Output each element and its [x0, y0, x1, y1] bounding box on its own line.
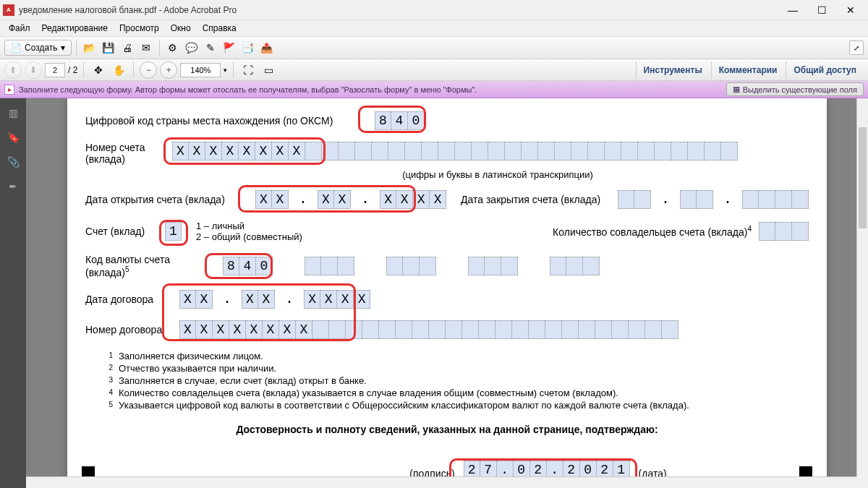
title-bar: A уведомление налоговой бланк.pdf - Adob… [0, 0, 868, 20]
date-dot: . [358, 190, 373, 209]
zoom-dropdown-icon[interactable]: ▾ [224, 67, 227, 74]
form-message: Заполните следующую форму. Автор формы м… [19, 85, 477, 94]
menu-view[interactable]: Просмотр [114, 22, 165, 35]
footnote-4: Количество совладельцев счета (вклада) у… [119, 388, 618, 398]
country-code-label: Цифровой код страны места нахождения (по… [85, 115, 367, 127]
highlight-label: Выделить существующие поля [743, 85, 857, 94]
highlight-fields-button[interactable]: ▦ Выделить существующие поля [726, 82, 864, 96]
share-panel-button[interactable]: Общий доступ [786, 61, 864, 79]
doc-button[interactable]: 📑 [239, 39, 257, 56]
scrollbar-thumb[interactable] [859, 127, 867, 228]
account-type-label: Счет (вклад) [85, 226, 158, 237]
form-icon: ▸ [4, 85, 14, 95]
bookmarks-button[interactable]: 🔖 [4, 129, 22, 146]
navigation-toolbar: ⬆ ⬇ / 2 ✥ ✋ − + ▾ ⛶ ▭ Инструменты Коммен… [0, 59, 868, 81]
fit-width-button[interactable]: ⛶ [239, 61, 257, 79]
hand-tool-button[interactable]: ✥ [90, 61, 107, 79]
account-hint: (цифры и буквы в латинской транскрипции) [187, 169, 809, 180]
print-button[interactable]: 🖨 [119, 39, 136, 56]
coowners-label: Количество совладельцев счета (вклада)4 [553, 225, 752, 238]
date-dot: . [720, 190, 735, 209]
contract-date-year[interactable]: XXXX [304, 290, 370, 309]
currency-field-5[interactable] [550, 257, 600, 275]
menu-edit[interactable]: Редактирование [36, 22, 114, 35]
open-date-year[interactable]: XXXX [380, 190, 446, 209]
create-button[interactable]: 📄 Создать ▾ [4, 40, 72, 56]
currency-field-3[interactable] [386, 257, 436, 275]
date-dot: . [658, 190, 673, 209]
close-date-year[interactable] [742, 190, 809, 209]
contract-date-label: Дата договора [85, 294, 172, 305]
main-toolbar: 📄 Создать ▾ 📂 💾 🖨 ✉ ⚙ 💬 ✎ 🚩 📑 📤 ⤢ [0, 36, 868, 59]
footnotes: 1Заполняется физическим лицом. 2Отчество… [85, 351, 809, 411]
settings-button[interactable]: ⚙ [164, 39, 182, 56]
signatures-button[interactable]: ✒ [4, 178, 22, 195]
expand-toolbar-button[interactable]: ⤢ [849, 40, 864, 55]
zoom-out-button[interactable]: − [140, 61, 157, 79]
save-button[interactable]: 💾 [100, 39, 117, 56]
email-button[interactable]: ✉ [137, 39, 155, 56]
separator [76, 40, 77, 56]
date-dot: . [282, 290, 297, 309]
close-button[interactable]: ✕ [836, 0, 865, 20]
flag-button[interactable]: 🚩 [221, 39, 238, 56]
menu-file[interactable]: Файл [3, 22, 36, 35]
account-number-field[interactable]: XXXXXXXX [172, 142, 738, 160]
page-count: / 2 [68, 65, 77, 75]
close-date-month[interactable] [680, 190, 713, 209]
select-tool-button[interactable]: ✋ [110, 61, 127, 79]
thumbnails-button[interactable]: ▥ [4, 104, 22, 121]
menu-window[interactable]: Окно [165, 22, 197, 35]
open-date-label: Дата открытия счета (вклада) [85, 194, 248, 205]
currency-field-2[interactable] [305, 257, 354, 275]
next-page-button[interactable]: ⬇ [25, 61, 42, 79]
currency-field-1[interactable]: 840 [223, 257, 273, 275]
highlight-icon: ▦ [733, 85, 740, 94]
separator [83, 62, 84, 78]
left-sidebar: ▥ 🔖 📎 ✒ [0, 98, 26, 488]
close-date-label: Дата закрытия счета (вклада) [461, 194, 600, 205]
minimize-button[interactable]: — [778, 0, 807, 20]
document-area[interactable]: Цифровой код страны места нахождения (по… [26, 98, 868, 488]
currency-code-label: Код валюты счета (вклада)5 [85, 254, 216, 278]
confirmation-text: Достоверность и полноту сведений, указан… [85, 424, 809, 435]
footnote-2: Отчество указывается при наличии. [119, 363, 276, 374]
zoom-input[interactable] [180, 63, 221, 77]
contract-date-day[interactable]: XX [179, 290, 213, 309]
attachments-button[interactable]: 📎 [4, 153, 22, 171]
contract-number-label: Номер договора [85, 324, 172, 335]
separator [233, 62, 234, 78]
vertical-scrollbar[interactable] [856, 98, 868, 476]
country-code-field[interactable]: 840 [375, 111, 425, 130]
create-label: Создать [25, 43, 58, 53]
open-button[interactable]: 📂 [81, 39, 98, 56]
zoom-in-button[interactable]: + [160, 61, 177, 79]
open-date-day[interactable]: XX [255, 190, 289, 209]
contract-number-field[interactable]: XXXXXXXX [179, 320, 678, 339]
contract-date-month[interactable]: XX [242, 290, 275, 309]
fit-page-button[interactable]: ▭ [260, 61, 277, 79]
comment-button[interactable]: 💬 [183, 39, 200, 56]
comments-panel-button[interactable]: Комментарии [711, 61, 785, 79]
tools-panel-button[interactable]: Инструменты [636, 61, 710, 79]
menu-help[interactable]: Справка [197, 22, 242, 35]
maximize-button[interactable]: ☐ [807, 0, 836, 20]
currency-field-4[interactable] [468, 257, 518, 275]
prev-page-button[interactable]: ⬆ [4, 61, 22, 79]
export-button[interactable]: 📤 [258, 39, 276, 56]
close-date-day[interactable] [618, 190, 651, 209]
footnote-3: Заполняется в случае, если счет (вклад) … [119, 375, 367, 386]
horizontal-scrollbar[interactable] [26, 476, 856, 488]
pdf-icon: A [3, 4, 14, 16]
date-dot: . [220, 290, 234, 309]
edit-form-button[interactable]: ✎ [202, 39, 219, 56]
account-type-field[interactable]: 1 [165, 222, 182, 241]
type-hint-1: 1 – личный [196, 221, 302, 231]
coowners-field[interactable] [759, 222, 809, 241]
page-input[interactable] [45, 63, 65, 77]
create-icon: 📄 [11, 43, 22, 53]
dropdown-icon: ▾ [61, 43, 65, 53]
menu-bar: Файл Редактирование Просмотр Окно Справк… [0, 20, 868, 36]
open-date-month[interactable]: XX [318, 190, 351, 209]
scroll-corner [856, 476, 868, 488]
